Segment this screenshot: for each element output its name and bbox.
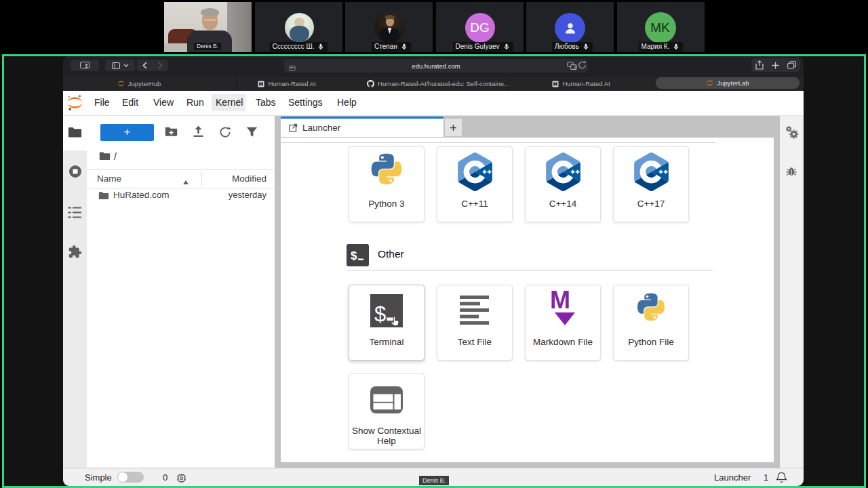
svg-text:M: M [550,290,570,314]
svg-text:$: $ [351,249,357,262]
svg-text:$: $ [374,302,386,326]
svg-text:あ: あ [574,65,577,70]
